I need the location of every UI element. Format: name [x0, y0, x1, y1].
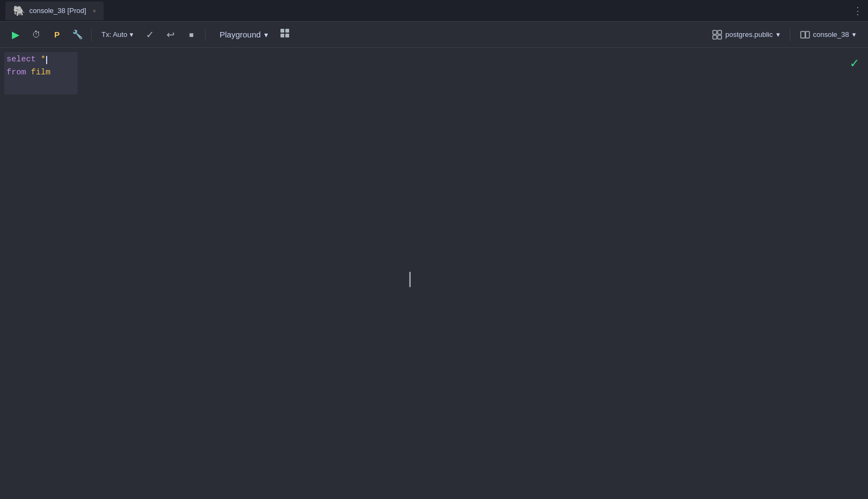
check-button[interactable]: ✓: [141, 26, 159, 44]
svg-rect-0: [280, 29, 284, 33]
svg-rect-1: [285, 29, 289, 33]
schema-label: postgres.public: [725, 30, 773, 39]
tab-title: console_38 [Prod]: [29, 7, 86, 15]
schema-selector-button[interactable]: postgres.public ▾: [707, 28, 785, 42]
grid-view-button[interactable]: [276, 26, 294, 44]
svg-rect-4: [713, 30, 717, 34]
svg-rect-7: [718, 35, 722, 39]
settings-button[interactable]: 🔧: [68, 26, 87, 44]
run-button[interactable]: ▶: [7, 26, 25, 44]
bookmark-icon: P: [54, 30, 60, 39]
i-beam-cursor: ❘: [404, 269, 416, 287]
stop-icon: ■: [189, 30, 193, 39]
svg-rect-6: [713, 35, 717, 39]
svg-rect-5: [718, 30, 722, 34]
table-name-film: film: [26, 66, 50, 79]
grid-icon: [279, 28, 290, 41]
history-button[interactable]: ⏱: [27, 26, 46, 44]
history-icon: ⏱: [32, 30, 41, 40]
playground-dropdown-button[interactable]: Playground ▾: [214, 28, 273, 41]
bookmark-button[interactable]: P: [48, 26, 66, 44]
code-line-1: select *: [7, 53, 102, 66]
console-icon: [800, 30, 810, 40]
divider-1: [91, 28, 92, 41]
undo-icon: ↩: [167, 29, 175, 41]
console-chevron-icon: ▾: [852, 30, 856, 39]
stop-button[interactable]: ■: [182, 26, 201, 44]
title-bar: 🐘 console_38 [Prod] × ⋮: [0, 0, 868, 22]
svg-rect-9: [806, 31, 809, 38]
undo-button[interactable]: ↩: [162, 26, 180, 44]
active-tab[interactable]: 🐘 console_38 [Prod] ×: [5, 2, 104, 20]
title-bar-menu-button[interactable]: ⋮: [853, 5, 863, 17]
keyword-select: select: [7, 53, 36, 66]
playground-label: Playground: [220, 30, 261, 39]
validation-check-icon: ✓: [850, 56, 859, 71]
tab-close-button[interactable]: ×: [93, 8, 96, 14]
schema-icon: [712, 30, 722, 40]
tx-label: Tx: Auto: [101, 30, 127, 39]
console-selector-button[interactable]: console_38 ▾: [795, 28, 862, 42]
svg-rect-8: [801, 31, 805, 38]
playground-chevron-icon: ▾: [264, 30, 268, 39]
toolbar: ▶ ⏱ P 🔧 Tx: Auto ▾ ✓ ↩ ■ Playground ▾: [0, 22, 868, 48]
toolbar-right: postgres.public ▾ console_38 ▾: [707, 28, 861, 42]
divider-2: [205, 28, 206, 41]
console-label: console_38: [813, 30, 850, 39]
text-cursor-caret: [46, 56, 47, 64]
schema-chevron-icon: ▾: [776, 30, 780, 39]
tx-chevron-icon: ▾: [130, 30, 133, 39]
svg-rect-2: [280, 34, 284, 37]
code-line-2: from film: [7, 66, 102, 79]
postgres-elephant-icon: 🐘: [13, 5, 25, 17]
editor-area[interactable]: select * from film ✓ ❘: [0, 48, 868, 499]
keyword-from: from: [7, 66, 26, 79]
wrench-icon: 🔧: [72, 29, 83, 40]
check-icon: ✓: [146, 29, 154, 41]
svg-rect-3: [285, 34, 289, 37]
code-editor[interactable]: select * from film: [0, 48, 108, 85]
star-operator: *: [36, 53, 46, 66]
divider-3: [790, 28, 790, 41]
tx-dropdown-button[interactable]: Tx: Auto ▾: [96, 28, 139, 41]
